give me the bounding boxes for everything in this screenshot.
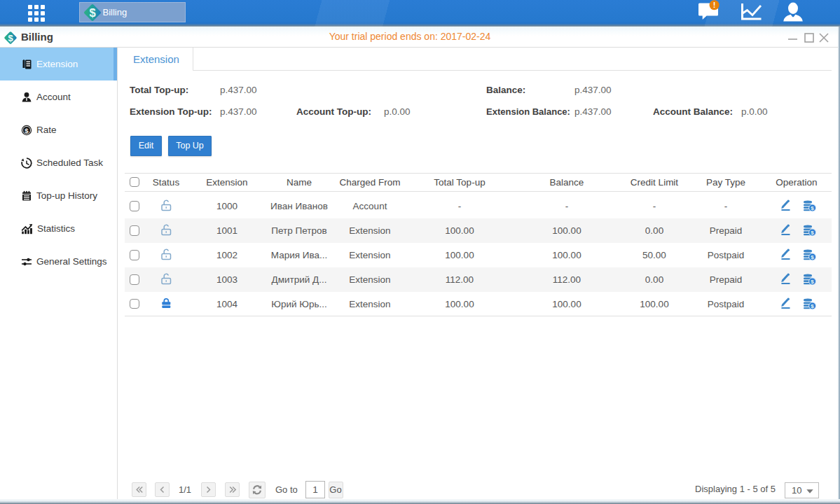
svg-text:$: $ [89,6,95,19]
svg-text:$: $ [25,127,29,134]
svg-text:!: ! [713,1,716,9]
